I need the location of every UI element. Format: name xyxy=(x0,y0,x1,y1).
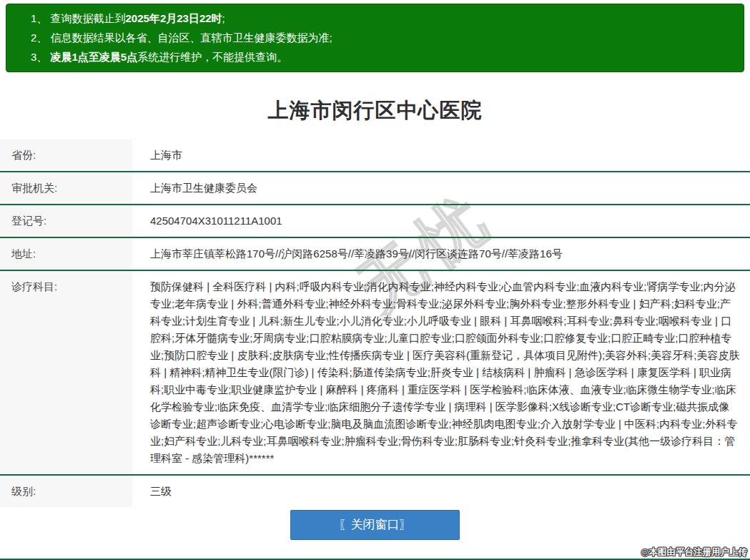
page-title: 上海市闵行区中心医院 xyxy=(0,97,750,125)
row-label: 登记号: xyxy=(0,205,132,237)
notice-line-2: 2、 信息数据结果以各省、自治区、直辖市卫生健康委数据为准; xyxy=(31,28,729,47)
info-row-province: 省份: 上海市 xyxy=(0,139,750,172)
row-value: 上海市莘庄镇莘松路170号//沪闵路6258号//莘凌路39号//闵行区谈连路7… xyxy=(132,238,750,270)
notice-line-3: 3、 凌晨1点至凌晨5点系统进行维护，不能提供查询。 xyxy=(31,47,729,67)
row-label: 地址: xyxy=(0,238,132,270)
notice-line-1: 1、 查询数据截止到2025年2月23日22时; xyxy=(31,9,729,28)
row-value: 三级 xyxy=(132,476,750,507)
hospital-info-table: 省份: 上海市 审批机关: 上海市卫生健康委员会 登记号: 42504704X3… xyxy=(0,139,750,507)
row-label: 审批机关: xyxy=(0,172,132,204)
row-value: 预防保健科 | 全科医疗科 | 内科;呼吸内科专业;消化内科专业;神经内科专业;… xyxy=(132,271,750,474)
notice-banner: 1、 查询数据截止到2025年2月23日22时; 2、 信息数据结果以各省、自治… xyxy=(6,4,744,72)
footer-credit-watermark: ◎本图由平台注册用户上传 xyxy=(641,546,747,559)
info-row-address: 地址: 上海市莘庄镇莘松路170号//沪闵路6258号//莘凌路39号//闵行区… xyxy=(0,238,750,271)
row-value: 上海市卫生健康委员会 xyxy=(132,172,750,204)
info-row-registration-number: 登记号: 42504704X31011211A1001 xyxy=(0,205,750,238)
row-value: 上海市 xyxy=(132,139,750,171)
info-row-departments: 诊疗科目: 预防保健科 | 全科医疗科 | 内科;呼吸内科专业;消化内科专业;神… xyxy=(0,271,750,476)
row-label: 级别: xyxy=(0,476,132,507)
info-row-approval-authority: 审批机关: 上海市卫生健康委员会 xyxy=(0,172,750,205)
row-value: 42504704X31011211A1001 xyxy=(132,205,750,237)
button-row: 〖关闭窗口〗 xyxy=(0,510,750,540)
info-row-level: 级别: 三级 xyxy=(0,476,750,507)
row-label: 省份: xyxy=(0,139,132,171)
close-window-button[interactable]: 〖关闭窗口〗 xyxy=(290,510,460,540)
row-label: 诊疗科目: xyxy=(0,271,132,474)
